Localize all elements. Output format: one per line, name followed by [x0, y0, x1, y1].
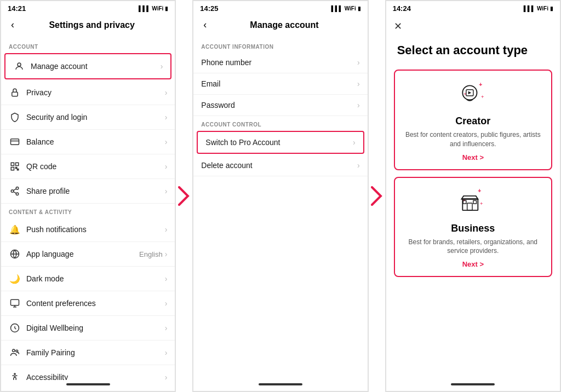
- wifi-icon: WiFi: [152, 5, 163, 11]
- status-icons-2: ▌▌▌ WiFi ▮: [331, 5, 360, 11]
- delete-account-item[interactable]: Delete account ›: [193, 155, 367, 176]
- svg-point-11: [16, 193, 19, 195]
- wifi-icon-2: WiFi: [345, 5, 356, 11]
- switch-pro-account-item[interactable]: Switch to Pro Account ›: [197, 131, 364, 154]
- accessibility-item[interactable]: Accessibility ›: [1, 365, 175, 380]
- chevron-balance: ›: [165, 137, 168, 146]
- screen3-header: ✕: [386, 15, 560, 38]
- status-bar-2: 14:25 ▌▌▌ WiFi ▮: [193, 1, 367, 15]
- svg-text:+: +: [479, 82, 483, 88]
- svg-line-13: [13, 189, 16, 191]
- back-button-1[interactable]: ‹: [9, 17, 16, 33]
- content-preferences-item[interactable]: Content preferences ›: [1, 291, 175, 316]
- screen3-select-account: 14:24 ▌▌▌ WiFi ▮ ✕ Select an account typ…: [385, 0, 561, 392]
- battery-icon: ▮: [165, 5, 168, 11]
- family-pairing-item[interactable]: Family Pairing ›: [1, 341, 175, 365]
- chevron-manage-account: ›: [161, 62, 163, 71]
- screen2-content: Account information Phone number › Email…: [193, 38, 367, 380]
- business-icon: + + +: [402, 187, 545, 220]
- arrow-2: [369, 0, 385, 392]
- family-pairing-text: Family Pairing: [26, 348, 165, 357]
- svg-point-0: [18, 63, 21, 66]
- manage-account-item[interactable]: Manage account ›: [4, 53, 171, 79]
- section-content-label: CONTENT & ACTIVITY: [1, 204, 175, 217]
- creator-icon: + + +: [402, 79, 545, 112]
- moon-icon: 🌙: [9, 273, 21, 285]
- chevron-language: ›: [165, 250, 168, 258]
- status-bar-1: 14:21 ▌▌▌ WiFi ▮: [1, 1, 175, 15]
- svg-rect-8: [18, 169, 19, 170]
- svg-point-20: [16, 350, 18, 352]
- email-text: Email: [201, 79, 357, 88]
- shield-icon: [9, 111, 21, 123]
- phone-number-item[interactable]: Phone number ›: [193, 52, 367, 73]
- arrow-1: [176, 0, 192, 392]
- delete-account-text: Delete account: [201, 161, 357, 170]
- back-button-2[interactable]: ‹: [201, 17, 209, 33]
- language-icon: [9, 248, 21, 260]
- svg-text:+: +: [480, 200, 483, 206]
- svg-rect-4: [11, 163, 14, 165]
- time-2: 14:25: [200, 4, 218, 13]
- chevron-password: ›: [357, 101, 360, 109]
- business-title: Business: [402, 223, 545, 234]
- security-item[interactable]: Security and login ›: [1, 105, 175, 130]
- battery-icon-2: ▮: [358, 5, 361, 11]
- home-indicator-3: [386, 380, 560, 391]
- chevron-privacy: ›: [165, 88, 168, 97]
- chevron-switch-pro: ›: [353, 138, 356, 147]
- home-indicator-1: [1, 380, 175, 391]
- screen2-header: ‹ Manage account: [193, 15, 367, 38]
- push-notifications-item[interactable]: 🔔 Push notifications ›: [1, 217, 175, 242]
- business-next-button[interactable]: Next >: [402, 260, 545, 268]
- chevron-wellbeing: ›: [165, 324, 168, 332]
- signal-icon: ▌▌▌: [139, 5, 150, 11]
- share-profile-text: Share profile: [26, 187, 165, 195]
- share-icon: [9, 185, 21, 197]
- section-account-info-label: Account information: [193, 38, 367, 52]
- screen1-header: ‹ Settings and privacy: [1, 15, 175, 38]
- creator-next-button[interactable]: Next >: [402, 153, 545, 162]
- wifi-icon-3: WiFi: [537, 5, 548, 11]
- qrcode-item[interactable]: QR code ›: [1, 154, 175, 179]
- balance-icon: [9, 136, 21, 148]
- svg-point-19: [13, 349, 15, 352]
- chevron-delete: ›: [357, 161, 360, 170]
- privacy-item[interactable]: Privacy ›: [1, 80, 175, 105]
- screen2-title: Manage account: [209, 20, 359, 30]
- screen1-settings: 14:21 ▌▌▌ WiFi ▮ ‹ Settings and privacy …: [0, 0, 176, 392]
- screen1-content: ACCOUNT Manage account › Privacy ›: [1, 38, 175, 380]
- privacy-text: Privacy: [26, 88, 165, 97]
- close-button[interactable]: ✕: [394, 20, 402, 32]
- svg-rect-34: [473, 200, 477, 204]
- password-item[interactable]: Password ›: [193, 95, 367, 116]
- time-3: 14:24: [393, 4, 411, 13]
- svg-point-10: [11, 190, 14, 193]
- accessibility-text: Accessibility: [26, 373, 165, 380]
- chevron-qrcode: ›: [165, 162, 168, 171]
- email-item[interactable]: Email ›: [193, 73, 367, 95]
- share-profile-item[interactable]: Share profile ›: [1, 179, 175, 204]
- svg-text:+: +: [481, 94, 484, 100]
- svg-rect-32: [467, 203, 472, 210]
- time-1: 14:21: [8, 4, 26, 13]
- svg-rect-6: [11, 168, 14, 170]
- select-account-title: Select an account type: [386, 38, 560, 66]
- app-language-item[interactable]: App language English ›: [1, 242, 175, 267]
- business-card[interactable]: + + + Business Best for brands, retailer…: [394, 177, 552, 278]
- chevron-email: ›: [357, 79, 360, 88]
- digital-wellbeing-text: Digital Wellbeing: [26, 324, 165, 332]
- balance-item[interactable]: Balance ›: [1, 130, 175, 154]
- phone-number-text: Phone number: [201, 58, 357, 67]
- screen2-manage-account: 14:25 ▌▌▌ WiFi ▮ ‹ Manage account Accoun…: [192, 0, 368, 392]
- wellbeing-icon: [9, 322, 21, 334]
- digital-wellbeing-item[interactable]: Digital Wellbeing ›: [1, 316, 175, 341]
- app-language-text: App language: [26, 250, 139, 258]
- qrcode-icon: [9, 160, 21, 172]
- creator-card[interactable]: + + + Creator Best for content creators,…: [394, 70, 552, 170]
- dark-mode-item[interactable]: 🌙 Dark mode ›: [1, 267, 175, 291]
- person-icon: [13, 60, 25, 72]
- business-desc: Best for brands, retailers, organization…: [402, 238, 545, 256]
- bell-icon: 🔔: [9, 223, 21, 235]
- section-account-label: ACCOUNT: [1, 38, 175, 52]
